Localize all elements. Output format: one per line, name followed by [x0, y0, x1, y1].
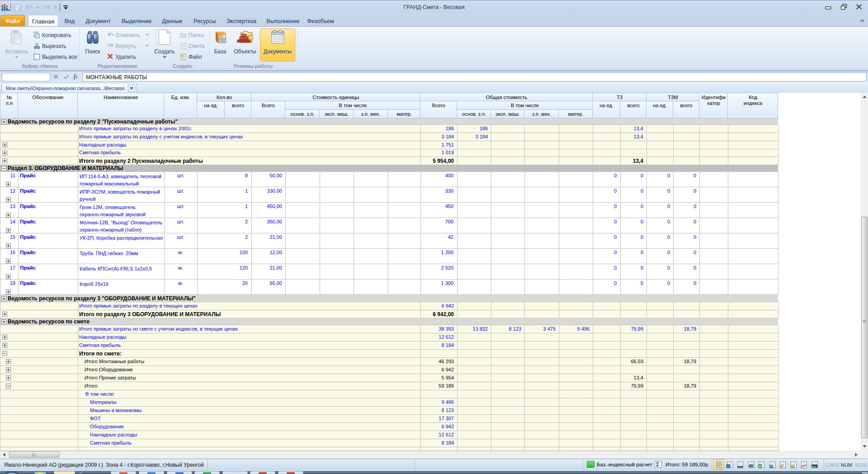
svg-text:ТСН: ТСН: [750, 465, 754, 467]
svg-text:HP: HP: [770, 465, 773, 468]
